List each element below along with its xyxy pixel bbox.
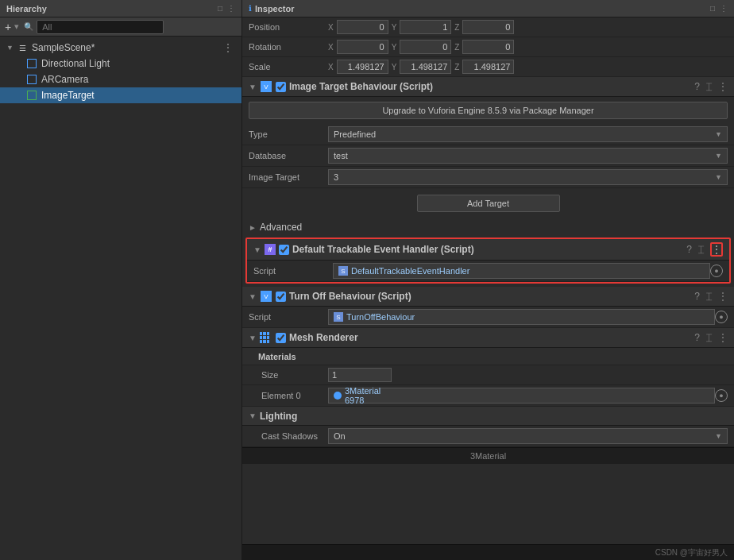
mesh-renderer-expand-arrow[interactable]: ▼ bbox=[249, 334, 257, 342]
database-dropdown-arrow: ▼ bbox=[715, 152, 722, 160]
default-trackable-script-icon: # bbox=[265, 244, 276, 255]
scale-x-input[interactable] bbox=[337, 60, 388, 74]
default-trackable-script-row: Script S DefaultTrackableEventHandler ● bbox=[247, 261, 729, 282]
turn-off-script-icon: V bbox=[260, 290, 272, 303]
inspector-header: ℹ Inspector □ ⋮ bbox=[242, 0, 734, 17]
mesh-renderer-help-btn[interactable]: ? bbox=[694, 332, 700, 343]
type-dropdown[interactable]: Predefined ▼ bbox=[328, 126, 728, 142]
samplescene-menu-btn[interactable]: ⋮ bbox=[221, 41, 235, 54]
mesh-renderer-icon bbox=[260, 331, 272, 344]
element0-row: Element 0 3Material 6978 ● bbox=[242, 385, 734, 407]
inspector-title: Inspector bbox=[255, 4, 295, 14]
tree-item-arcamera[interactable]: ARCamera bbox=[0, 71, 241, 87]
advanced-expand-arrow[interactable]: ► bbox=[249, 223, 257, 232]
turn-off-script-label: Script bbox=[249, 312, 328, 322]
tree-label-imagetarget: ImageTarget bbox=[41, 90, 95, 101]
size-input[interactable] bbox=[328, 368, 392, 382]
image-target-help-btn[interactable]: ? bbox=[694, 81, 700, 92]
default-trackable-script-value-field: S DefaultTrackableEventHandler bbox=[333, 263, 710, 279]
advanced-label: Advanced bbox=[260, 222, 302, 233]
default-trackable-help-btn[interactable]: ? bbox=[686, 244, 692, 255]
expand-arrow-samplescene[interactable]: ▼ bbox=[6, 44, 16, 52]
database-dropdown[interactable]: test ▼ bbox=[328, 148, 728, 164]
element0-target-btn[interactable]: ● bbox=[715, 389, 728, 402]
mesh-renderer-settings-btn[interactable]: ⌶ bbox=[706, 332, 712, 343]
cube-icon-imagetarget bbox=[25, 89, 38, 102]
turn-off-menu-btn[interactable]: ⋮ bbox=[718, 291, 728, 302]
mesh-renderer-enabled-checkbox[interactable] bbox=[276, 333, 286, 343]
advanced-section: ► Advanced bbox=[242, 218, 734, 236]
element0-label: Element 0 bbox=[249, 391, 328, 400]
default-trackable-target-btn[interactable]: ● bbox=[710, 265, 723, 277]
mesh-renderer-menu-btn[interactable]: ⋮ bbox=[718, 332, 728, 343]
footer-material-label: 3Material bbox=[470, 451, 506, 461]
tree-item-directional-light[interactable]: Directional Light bbox=[0, 56, 241, 71]
tree-item-imagetarget[interactable]: ImageTarget bbox=[0, 87, 241, 103]
hierarchy-menu-icon[interactable]: ⋮ bbox=[227, 4, 235, 13]
position-z-input[interactable] bbox=[462, 20, 514, 34]
mesh-renderer-section-actions: ? ⌶ ⋮ bbox=[694, 332, 728, 343]
watermark-text: CSDN @宇宙好男人 bbox=[655, 547, 728, 558]
default-trackable-settings-btn[interactable]: ⌶ bbox=[698, 244, 704, 255]
scale-z-input[interactable] bbox=[462, 60, 514, 74]
tree-item-samplescene[interactable]: ▼ ☰ SampleScene* ⋮ bbox=[0, 40, 241, 56]
database-label: Database bbox=[249, 151, 328, 160]
default-trackable-enabled-checkbox[interactable] bbox=[279, 245, 289, 255]
hierarchy-add-button[interactable]: + bbox=[5, 21, 11, 33]
inspector-collapse-icon[interactable]: □ bbox=[710, 4, 715, 13]
lighting-expand-arrow[interactable]: ▼ bbox=[249, 411, 257, 420]
size-row: Size bbox=[242, 365, 734, 385]
position-row: Position X Y Z bbox=[242, 17, 734, 37]
image-target-label: Image Target bbox=[249, 172, 328, 182]
cube-icon-light bbox=[25, 57, 38, 70]
image-target-menu-btn[interactable]: ⋮ bbox=[718, 81, 728, 92]
image-target-settings-btn[interactable]: ⌶ bbox=[706, 81, 712, 92]
element0-text: 3Material 6978 bbox=[345, 386, 381, 405]
turn-off-help-btn[interactable]: ? bbox=[694, 291, 700, 302]
lighting-section-title: Lighting bbox=[260, 411, 728, 422]
position-y-input[interactable] bbox=[400, 20, 451, 34]
cast-shadows-dropdown-arrow: ▼ bbox=[715, 432, 722, 440]
turn-off-expand-arrow[interactable]: ▼ bbox=[249, 292, 257, 301]
rotation-y-input[interactable] bbox=[400, 40, 451, 54]
position-x-input[interactable] bbox=[337, 20, 388, 34]
image-target-row: Image Target 3 ▼ bbox=[242, 167, 734, 188]
hierarchy-search-input[interactable] bbox=[37, 20, 164, 34]
turn-off-target-btn[interactable]: ● bbox=[715, 311, 728, 323]
inspector-menu-icon[interactable]: ⋮ bbox=[720, 4, 728, 13]
image-target-dropdown-arrow: ▼ bbox=[715, 173, 722, 181]
turn-off-settings-btn[interactable]: ⌶ bbox=[706, 291, 712, 302]
hierarchy-header-icons: □ ⋮ bbox=[218, 4, 235, 13]
rotation-z-label: Z bbox=[454, 43, 459, 52]
scene-icon: ☰ bbox=[16, 41, 29, 54]
image-target-dropdown[interactable]: 3 ▼ bbox=[328, 169, 728, 185]
default-trackable-expand-arrow[interactable]: ▼ bbox=[253, 245, 261, 254]
turn-off-enabled-checkbox[interactable] bbox=[276, 292, 286, 302]
cast-shadows-value-field[interactable]: On ▼ bbox=[328, 428, 728, 444]
turn-off-script-value-field: S TurnOffBehaviour bbox=[328, 309, 715, 325]
rotation-label: Rotation bbox=[249, 42, 328, 52]
tree-label-directional-light: Directional Light bbox=[41, 58, 110, 69]
default-trackable-menu-btn[interactable]: ⋮ bbox=[710, 242, 723, 257]
rotation-z-input[interactable] bbox=[462, 40, 514, 54]
rotation-x-input[interactable] bbox=[337, 40, 388, 54]
upgrade-button[interactable]: Upgrade to Vuforia Engine 8.5.9 via Pack… bbox=[249, 102, 728, 119]
turn-off-script-file-icon: S bbox=[334, 312, 343, 322]
cube-icon-arcamera bbox=[25, 73, 38, 86]
type-value: Predefined bbox=[334, 129, 376, 139]
mesh-renderer-section-title: Mesh Renderer bbox=[289, 332, 694, 343]
scale-y-input[interactable] bbox=[400, 60, 451, 74]
default-trackable-script-filename: DefaultTrackableEventHandler bbox=[351, 266, 469, 276]
image-target-enabled-checkbox[interactable] bbox=[276, 82, 286, 92]
image-target-expand-arrow[interactable]: ▼ bbox=[249, 83, 257, 91]
tree-label-arcamera: ARCamera bbox=[41, 74, 88, 85]
rotation-x-label: X bbox=[328, 43, 334, 52]
toolbar-separator: ▾ bbox=[14, 21, 19, 32]
type-row: Type Predefined ▼ bbox=[242, 124, 734, 145]
hierarchy-collapse-icon[interactable]: □ bbox=[218, 4, 222, 13]
default-trackable-section-title: Default Trackable Event Handler (Script) bbox=[292, 244, 686, 255]
image-target-section-header: ▼ V Image Target Behaviour (Script) ? ⌶ … bbox=[242, 77, 734, 97]
add-target-button[interactable]: Add Target bbox=[417, 195, 560, 212]
inspector-content: Position X Y Z Rotation X Y bbox=[242, 17, 734, 544]
position-values: X Y Z bbox=[328, 20, 728, 34]
